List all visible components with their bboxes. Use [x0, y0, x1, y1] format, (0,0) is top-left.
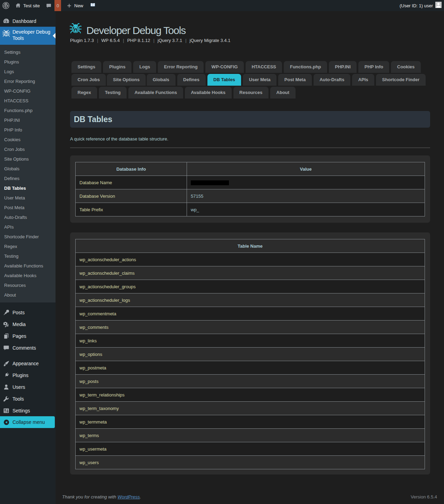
svg-text:W: W [5, 32, 8, 36]
svg-text:W: W [73, 26, 79, 33]
